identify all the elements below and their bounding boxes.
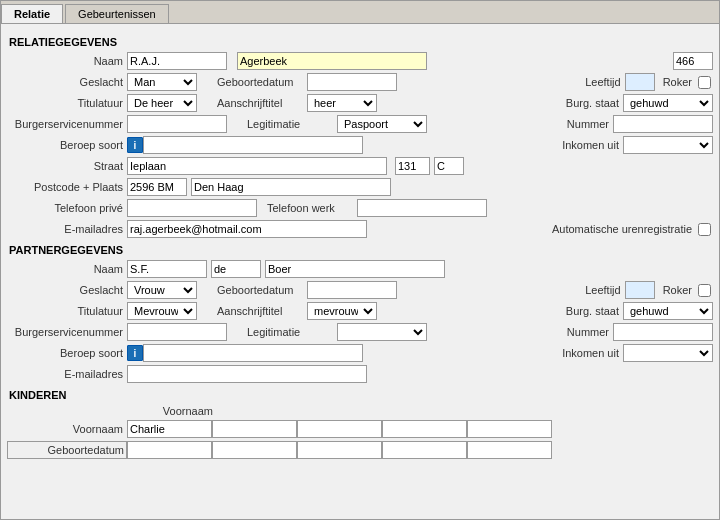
tel-werk-label: Telefoon werk — [267, 202, 357, 214]
partner-bsn-input[interactable] — [127, 323, 227, 341]
tab-relatie[interactable]: Relatie — [1, 4, 63, 23]
kind5-voornaam-input[interactable] — [467, 420, 552, 438]
beroep-info-btn[interactable]: i — [127, 137, 143, 153]
naam-voornaam-input[interactable] — [127, 52, 227, 70]
partner-beroep-input[interactable] — [143, 344, 363, 362]
relatie-titulatuur-row: Titulatuur De heer Mevrouw Aanschrijftit… — [7, 94, 713, 112]
partner-aanschrijftitel-label: Aanschrijftitel — [217, 305, 307, 317]
partner-geboortedatum-label: Geboortedatum — [217, 284, 307, 296]
kind5-geboortedatum-input[interactable] — [467, 441, 552, 459]
partner-inkomen-select[interactable] — [623, 344, 713, 362]
plaats-input[interactable] — [191, 178, 391, 196]
partner-leeftijd-label: Leeftijd — [575, 284, 625, 296]
main-content: RELATIEGEGEVENS Naam Geslacht Man Vrouw … — [1, 24, 719, 519]
straat-nummer-input[interactable] — [395, 157, 430, 175]
tab-gebeurtenissen[interactable]: Gebeurtenissen — [65, 4, 169, 23]
beroep-input[interactable] — [143, 136, 363, 154]
partner-leeftijd-input[interactable] — [625, 281, 655, 299]
kind3-voornaam-input[interactable] — [297, 420, 382, 438]
partner-beroep-info-btn[interactable]: i — [127, 345, 143, 361]
partner-achternaam-input[interactable] — [265, 260, 445, 278]
partner-roker-checkbox[interactable] — [698, 284, 711, 297]
kind1-voornaam-input[interactable] — [127, 420, 212, 438]
partner-geslacht-label: Geslacht — [7, 284, 127, 296]
partner-geslacht-row: Geslacht Vrouw Man Geboortedatum Leeftij… — [7, 281, 713, 299]
bsn-input[interactable] — [127, 115, 227, 133]
partner-burg-staat-select[interactable]: gehuwd ongehuwd — [623, 302, 713, 320]
leeftijd-label: Leeftijd — [575, 76, 625, 88]
inkomen-select[interactable] — [623, 136, 713, 154]
kinderen-voornaam-row: Voornaam — [7, 420, 713, 438]
roker-checkbox[interactable] — [698, 76, 711, 89]
straat-input[interactable] — [127, 157, 387, 175]
partner-nummer-label: Nummer — [563, 326, 613, 338]
legitimatie-label: Legitimatie — [247, 118, 337, 130]
partner-roker-label: Roker — [663, 284, 696, 296]
tab-bar: Relatie Gebeurtenissen — [1, 1, 719, 24]
kind1-geboortedatum-input[interactable] — [127, 441, 212, 459]
naam-nummer-input[interactable] — [673, 52, 713, 70]
kind2-voornaam-input[interactable] — [212, 420, 297, 438]
kinderen-section-title: KINDEREN — [7, 389, 713, 401]
postcode-input[interactable] — [127, 178, 187, 196]
titulatuur-select[interactable]: De heer Mevrouw — [127, 94, 197, 112]
relatie-beroep-row: Beroep soort i Inkomen uit — [7, 136, 713, 154]
kinderen-geboortedatum-row: Geboortedatum — [7, 441, 713, 459]
partner-bsn-row: Burgerservicenummer Legitimatie Paspoort… — [7, 323, 713, 341]
partner-bsn-label: Burgerservicenummer — [7, 326, 127, 338]
kinderen-geboortedatum-label: Geboortedatum — [7, 441, 127, 459]
postcode-label: Postcode + Plaats — [7, 181, 127, 193]
inkomen-label: Inkomen uit — [558, 139, 623, 151]
aanschrijftitel-select[interactable]: heer mevrouw — [307, 94, 377, 112]
naam-achternaam-input[interactable] — [237, 52, 427, 70]
geslacht-label: Geslacht — [7, 76, 127, 88]
partner-tussen-input[interactable] — [211, 260, 261, 278]
main-window: Relatie Gebeurtenissen RELATIEGEGEVENS N… — [0, 0, 720, 520]
beroep-label: Beroep soort — [7, 139, 127, 151]
roker-label: Roker — [663, 76, 696, 88]
legitimatie-select[interactable]: Paspoort Rijbewijs ID-kaart — [337, 115, 427, 133]
partner-nummer-input[interactable] — [613, 323, 713, 341]
tel-prive-input[interactable] — [127, 199, 257, 217]
leeftijd-input[interactable] — [625, 73, 655, 91]
partner-titulatuur-select[interactable]: Mevrouw De heer — [127, 302, 197, 320]
voornaam-col-label: Voornaam — [127, 405, 217, 417]
partner-email-label: E-mailadres — [7, 368, 127, 380]
tel-werk-input[interactable] — [357, 199, 487, 217]
kind4-geboortedatum-input[interactable] — [382, 441, 467, 459]
partner-titulatuur-row: Titulatuur Mevrouw De heer Aanschrijftit… — [7, 302, 713, 320]
partner-beroep-label: Beroep soort — [7, 347, 127, 359]
geboortedatum-input[interactable] — [307, 73, 397, 91]
partner-section-title: PARTNERGEGEVENS — [7, 244, 713, 256]
partner-beroep-row: Beroep soort i Inkomen uit — [7, 344, 713, 362]
partner-geslacht-select[interactable]: Vrouw Man — [127, 281, 197, 299]
partner-titulatuur-label: Titulatuur — [7, 305, 127, 317]
geboortedatum-label: Geboortedatum — [217, 76, 307, 88]
nummer-label: Nummer — [563, 118, 613, 130]
partner-voornaam-input[interactable] — [127, 260, 207, 278]
nummer-input[interactable] — [613, 115, 713, 133]
kind3-geboortedatum-input[interactable] — [297, 441, 382, 459]
email-input[interactable] — [127, 220, 367, 238]
geslacht-select[interactable]: Man Vrouw — [127, 73, 197, 91]
burg-staat-label: Burg. staat — [558, 97, 623, 109]
straat-label: Straat — [7, 160, 127, 172]
partner-email-input[interactable] — [127, 365, 367, 383]
partner-aanschrijftitel-select[interactable]: mevrouw heer — [307, 302, 377, 320]
kinderen-header-row: Voornaam — [7, 405, 713, 417]
relatie-email-row: E-mailadres Automatische urenregistratie — [7, 220, 713, 238]
partner-geboortedatum-input[interactable] — [307, 281, 397, 299]
burg-staat-select[interactable]: gehuwd ongehuwd — [623, 94, 713, 112]
relatie-bsn-row: Burgerservicenummer Legitimatie Paspoort… — [7, 115, 713, 133]
kind4-voornaam-input[interactable] — [382, 420, 467, 438]
titulatuur-label: Titulatuur — [7, 97, 127, 109]
straat-toev-input[interactable] — [434, 157, 464, 175]
relatie-straat-row: Straat — [7, 157, 713, 175]
auto-uren-label: Automatische urenregistratie — [552, 223, 696, 235]
kind2-geboortedatum-input[interactable] — [212, 441, 297, 459]
partner-legitimatie-select[interactable]: Paspoort — [337, 323, 427, 341]
bsn-label: Burgerservicenummer — [7, 118, 127, 130]
auto-uren-checkbox[interactable] — [698, 223, 711, 236]
email-label: E-mailadres — [7, 223, 127, 235]
relatie-naam-row: Naam — [7, 52, 713, 70]
